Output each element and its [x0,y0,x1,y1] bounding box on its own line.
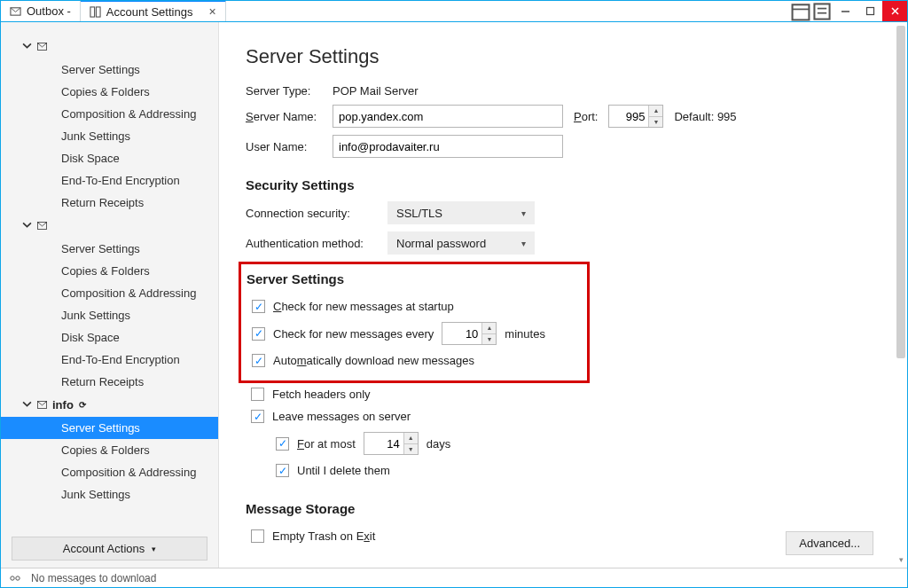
empty-trash-label: Empty Trash on Exit [272,529,375,543]
sidebar-item-copies[interactable]: Copies & Folders [1,439,218,461]
svg-point-15 [11,576,14,579]
account-actions-button[interactable]: Account Actions ▾ [12,537,207,561]
sidebar-item-composition[interactable]: Composition & Addressing [1,461,218,483]
statusbar: No messages to download [1,568,907,587]
sync-icon: ⟳ [79,400,86,410]
svg-rect-3 [793,4,810,20]
tab-outbox[interactable]: Outbox - [1,1,81,21]
minimize-button[interactable] [833,1,857,21]
check-startup-checkbox[interactable] [252,300,265,313]
sidebar: Server Settings Copies & Folders Composi… [1,22,219,568]
auth-method-select[interactable]: Normal password ▾ [387,231,535,255]
spinner-down-icon[interactable]: ▼ [482,334,496,345]
sidebar-item-composition[interactable]: Composition & Addressing [1,282,218,304]
scrollbar-thumb[interactable] [896,26,905,358]
message-storage-heading: Message Storage [246,501,875,516]
sidebar-item-junk[interactable]: Junk Settings [1,483,218,506]
server-type-label: Server Type: [246,84,322,98]
check-startup-label: Check for new messages at startup [273,300,454,313]
sidebar-item-server-settings[interactable]: Server Settings [1,59,218,81]
svg-rect-9 [866,8,873,15]
titlebar: Outbox - Account Settings × [1,1,907,22]
advanced-button[interactable]: Advanced... [786,531,873,555]
check-every-checkbox[interactable] [252,327,265,341]
check-every-label-pre: Check for new messages every [273,327,434,341]
spinner-down-icon[interactable]: ▼ [649,117,662,128]
for-at-most-input[interactable]: ▲▼ [364,432,419,455]
mail-icon [37,400,47,410]
fetch-headers-checkbox[interactable] [251,388,264,401]
sidebar-item-receipts[interactable]: Return Receipts [1,371,218,393]
for-at-most-label: For at most [297,437,356,451]
sidebar-item-disk[interactable]: Disk Space [1,147,218,169]
empty-trash-checkbox[interactable] [251,529,264,543]
chevron-down-icon: ▾ [152,545,156,553]
connection-security-select[interactable]: SSL/TLS ▾ [387,201,535,224]
spinner-up-icon[interactable]: ▲ [404,433,418,444]
sidebar-item-copies[interactable]: Copies & Folders [1,260,218,282]
account-actions-label: Account Actions [63,542,145,555]
spinner-up-icon[interactable]: ▲ [482,323,496,334]
sidebar-item-server-settings[interactable]: Server Settings [1,417,218,439]
for-at-most-unit: days [427,437,450,451]
chevron-down-icon: ▾ [521,208,526,218]
mail-icon [37,221,47,231]
scrollbar[interactable]: ▴ ▾ [896,26,905,562]
sidebar-item-disk[interactable]: Disk Space [1,326,218,349]
highlight-box: Server Settings Check for new messages a… [239,262,590,383]
svg-rect-1 [90,6,95,16]
sidebar-item-copies[interactable]: Copies & Folders [1,81,218,103]
mail-icon [37,42,47,51]
fetch-headers-label: Fetch headers only [272,388,371,401]
page-title: Server Settings [246,45,875,68]
chevron-down-icon [22,398,32,412]
account-header-1[interactable] [1,35,218,59]
for-at-most-checkbox[interactable] [276,437,289,451]
spinner-up-icon[interactable]: ▲ [649,106,662,117]
tab-close-icon[interactable]: × [208,4,215,19]
tab-account-settings-label: Account Settings [106,5,193,19]
sidebar-item-receipts[interactable]: Return Receipts [1,192,218,214]
auto-download-label: Automatically download new messages [273,354,474,367]
port-input[interactable]: ▲▼ [608,105,663,128]
activity-icon [8,573,22,584]
chevron-down-icon: ▾ [521,239,526,248]
auth-method-label: Authentication method: [246,237,377,250]
server-settings-heading: Server Settings [247,271,578,286]
maximize-button[interactable] [857,1,882,21]
status-text: No messages to download [31,572,156,584]
server-name-input[interactable] [333,105,563,128]
calendar-icon[interactable] [790,1,811,21]
sidebar-item-composition[interactable]: Composition & Addressing [1,103,218,125]
svg-rect-2 [96,6,100,16]
close-button[interactable] [882,1,907,21]
until-delete-checkbox[interactable] [276,464,289,477]
port-label: Port: [574,110,598,123]
leave-messages-label: Leave messages on server [272,410,411,423]
check-every-unit: minutes [505,327,545,341]
user-name-label: User Name: [246,140,322,153]
settings-panel-icon [90,6,101,18]
account-header-2[interactable] [1,214,218,238]
tasks-icon[interactable] [811,1,833,21]
scroll-down-icon[interactable]: ▾ [896,555,905,564]
leave-messages-checkbox[interactable] [251,410,264,423]
account-header-info[interactable]: info ⟳ [1,393,218,417]
content-panel: Server Settings Server Type: POP Mail Se… [219,22,907,568]
sidebar-item-server-settings[interactable]: Server Settings [1,238,218,260]
tab-outbox-label: Outbox - [27,4,71,18]
sidebar-item-junk[interactable]: Junk Settings [1,304,218,326]
spinner-down-icon[interactable]: ▼ [404,444,418,455]
sidebar-item-e2e[interactable]: End-To-End Encryption [1,169,218,192]
sidebar-item-junk[interactable]: Junk Settings [1,125,218,147]
security-heading: Security Settings [246,177,875,192]
auto-download-checkbox[interactable] [252,354,265,367]
tab-account-settings[interactable]: Account Settings × [81,0,226,21]
server-type-value: POP Mail Server [333,84,419,98]
check-every-input[interactable]: ▲▼ [442,322,497,345]
chevron-down-icon [22,40,32,53]
svg-point-16 [16,576,20,579]
user-name-input[interactable] [333,135,563,158]
server-name-label: Server Name: [246,110,322,123]
sidebar-item-e2e[interactable]: End-To-End Encryption [1,349,218,371]
